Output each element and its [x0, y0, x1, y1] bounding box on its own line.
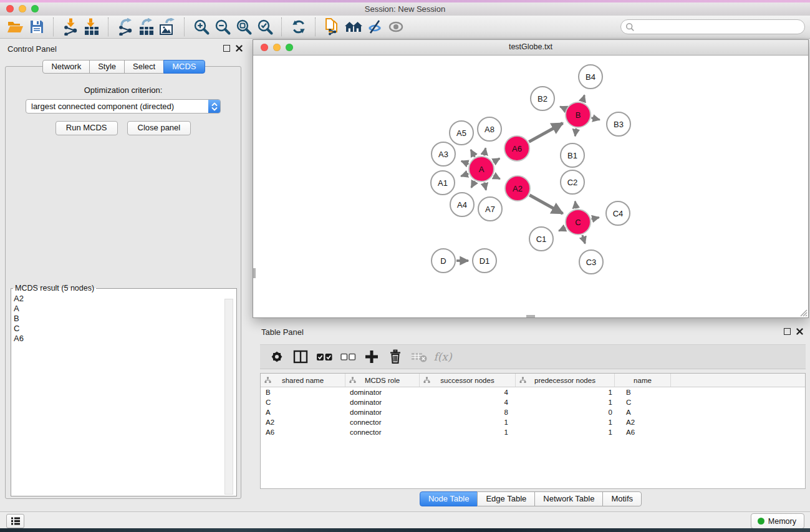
zoom-in-icon[interactable]: [191, 17, 212, 37]
graph-edge-A-A6[interactable]: [493, 158, 499, 162]
export-image-icon[interactable]: [157, 17, 178, 37]
graph-node-B2[interactable]: B2: [531, 87, 554, 110]
tab-motifs[interactable]: Motifs: [602, 491, 642, 506]
result-item[interactable]: A2: [14, 294, 236, 304]
show-eye-icon[interactable]: [385, 17, 407, 37]
graph-node-D[interactable]: D: [432, 249, 455, 273]
graph-node-C[interactable]: C: [566, 210, 591, 235]
tab-style[interactable]: Style: [89, 60, 125, 74]
resize-grip-icon[interactable]: [799, 308, 808, 317]
graph-edge-A6-B[interactable]: [529, 123, 562, 142]
run-mcds-button[interactable]: Run MCDS: [55, 121, 118, 135]
graph-edge-A-A8[interactable]: [484, 148, 485, 155]
search-field[interactable]: [620, 19, 805, 34]
graph-edge-A-A2[interactable]: [493, 175, 499, 179]
graph-node-C2[interactable]: C2: [561, 170, 584, 194]
tab-node-table[interactable]: Node Table: [420, 491, 478, 506]
refresh-icon[interactable]: [288, 17, 309, 37]
close-panel-button[interactable]: Close panel: [127, 121, 191, 135]
import-table-icon[interactable]: [81, 17, 102, 37]
column-header-shared-name[interactable]: shared name: [261, 374, 345, 387]
float-panel-icon[interactable]: [223, 45, 230, 52]
zoom-fit-icon[interactable]: [233, 17, 254, 37]
graph-edge-A-A5[interactable]: [471, 150, 475, 157]
add-column-icon[interactable]: [360, 347, 383, 367]
hide-panels-icon[interactable]: [364, 17, 385, 37]
graph-edge-A-A1[interactable]: [461, 173, 468, 176]
table-row[interactable]: A2connector11A2: [261, 417, 805, 427]
tab-select[interactable]: Select: [124, 60, 164, 74]
select-all-icon[interactable]: [312, 347, 336, 367]
graph-edge-C-C1[interactable]: [559, 228, 566, 231]
graph-node-A7[interactable]: A7: [478, 197, 502, 221]
close-panel-icon[interactable]: [236, 45, 243, 52]
table-settings-gear-icon[interactable]: [265, 347, 289, 367]
graph-node-A8[interactable]: A8: [478, 117, 501, 141]
table-row[interactable]: A6connector11A6: [261, 427, 805, 437]
float-table-panel-icon[interactable]: [784, 328, 791, 335]
network-from-selection-icon[interactable]: [322, 17, 343, 37]
zoom-selected-icon[interactable]: [254, 17, 276, 37]
result-item[interactable]: A6: [14, 334, 236, 344]
tab-network-table[interactable]: Network Table: [534, 491, 603, 506]
import-network-icon[interactable]: [60, 17, 81, 37]
column-header-name[interactable]: name: [615, 374, 671, 387]
graph-node-B4[interactable]: B4: [579, 65, 602, 89]
result-item[interactable]: C: [14, 324, 236, 334]
result-scrollbar[interactable]: [224, 299, 233, 495]
graph-node-B1[interactable]: B1: [561, 143, 584, 167]
graph-node-A3[interactable]: A3: [432, 142, 455, 166]
graph-node-A1[interactable]: A1: [431, 171, 455, 195]
graph-node-B[interactable]: B: [566, 102, 591, 127]
graph-node-A2[interactable]: A2: [505, 176, 530, 201]
horizontal-scroll-thumb[interactable]: [526, 315, 535, 317]
table-row[interactable]: Cdominator41C: [261, 397, 805, 407]
export-table-icon[interactable]: [136, 17, 157, 37]
graph-edge-B-B4[interactable]: [582, 95, 584, 102]
task-history-button[interactable]: [6, 514, 24, 528]
tab-network[interactable]: Network: [42, 60, 90, 74]
split-panel-icon[interactable]: [289, 347, 312, 367]
graph-edge-B-B2[interactable]: [560, 107, 566, 109]
result-item[interactable]: B: [14, 314, 236, 324]
graph-node-C3[interactable]: C3: [579, 250, 603, 274]
graph-edge-C-C3[interactable]: [582, 235, 585, 244]
memory-button[interactable]: Memory: [751, 513, 804, 529]
open-session-icon[interactable]: [5, 17, 26, 37]
graph-edge-C-C2[interactable]: [575, 201, 576, 209]
network-canvas[interactable]: B4B2BB3A5A8A6B1A3AA1C2A2A4A7C4CC1C3DD1: [253, 56, 808, 317]
graph-edge-B-B1[interactable]: [575, 128, 576, 137]
table-row[interactable]: Adominator80A: [261, 407, 805, 417]
home-icon[interactable]: [343, 17, 364, 37]
column-header-successor-nodes[interactable]: successor nodes: [420, 374, 516, 387]
column-header-predecessor-nodes[interactable]: predecessor nodes: [516, 374, 615, 387]
graph-edge-A2-C[interactable]: [529, 195, 562, 214]
graph-edge-C-C4[interactable]: [592, 218, 599, 220]
result-item[interactable]: A: [14, 304, 236, 314]
tab-edge-table[interactable]: Edge Table: [477, 491, 535, 506]
graph-node-C1[interactable]: C1: [529, 227, 553, 251]
export-network-icon[interactable]: [115, 17, 136, 37]
graph-node-A6[interactable]: A6: [504, 136, 529, 161]
table-row[interactable]: Bdominator41B: [261, 387, 805, 397]
column-header-mcds-role[interactable]: MCDS role: [345, 374, 420, 387]
graph-node-C4[interactable]: C4: [606, 201, 630, 225]
criterion-dropdown[interactable]: largest connected component (directed): [26, 99, 221, 114]
tab-mcds[interactable]: MCDS: [163, 60, 205, 74]
graph-node-A4[interactable]: A4: [450, 193, 474, 216]
graph-edge-B-B3[interactable]: [591, 118, 599, 120]
graph-node-A5[interactable]: A5: [450, 121, 473, 145]
graph-node-B3[interactable]: B3: [607, 112, 630, 136]
vertical-scroll-thumb[interactable]: [253, 268, 256, 278]
delete-column-trash-icon[interactable]: [383, 347, 407, 367]
unselect-all-icon[interactable]: [336, 347, 360, 367]
graph-edge-A-A4[interactable]: [471, 181, 475, 188]
close-table-panel-icon[interactable]: [796, 328, 803, 335]
graph-node-D1[interactable]: D1: [473, 249, 496, 273]
graph-edge-A-A7[interactable]: [485, 183, 486, 190]
graph-edge-A-A3[interactable]: [461, 161, 469, 164]
save-session-icon[interactable]: [26, 17, 47, 37]
graph-node-A[interactable]: A: [469, 157, 494, 181]
search-input[interactable]: [637, 22, 804, 32]
zoom-out-icon[interactable]: [212, 17, 233, 37]
